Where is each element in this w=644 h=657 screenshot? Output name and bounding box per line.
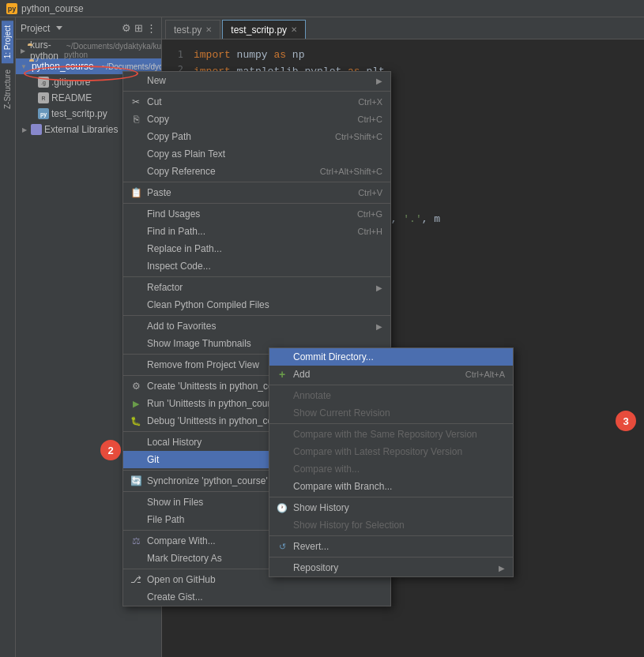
tree-arrow: ▶ [21,126,28,133]
cut-icon: ✂ [130,96,142,108]
menu-shortcut: Ctrl+Alt+Shift+C [320,167,382,176]
menu-item-label: Git [147,454,159,465]
menu-item-label: Replace in Path... [147,243,222,254]
expand-icon[interactable]: ⊞ [134,22,143,34]
submenu-item-label: Compare with... [293,464,360,475]
tree-item-label: kurs-python [30,39,58,62]
panel-title-dropdown[interactable] [56,26,62,30]
debug-icon: 🐛 [130,415,142,427]
menu-separator [123,182,390,182]
menu-item-label: Copy [147,114,169,125]
menu-shortcut: Ctrl+C [358,115,382,124]
paste-icon: 📋 [130,186,142,199]
submenu-item-show-history[interactable]: 🕐 Show History [269,499,513,516]
submenu-item-show-current-revision: Show Current Revision [269,404,513,422]
menu-item-replace-in-path[interactable]: Replace in Path... [123,240,390,257]
submenu-item-label: Compare with the Same Repository Version [293,429,477,440]
tree-item-kurs-python[interactable]: ▶ kurs-python ~/Documents/dydaktyka/kurs… [16,43,161,58]
menu-item-label: Show in Files [147,497,203,508]
tab-test-scritp-py[interactable]: test_scritp.py ✕ [222,20,306,39]
menu-item-clean-compiled[interactable]: Clean Python Compiled Files [123,296,390,313]
submenu-item-label: Show History for Selection [293,520,405,531]
menu-item-find-in-path[interactable]: Find in Path... Ctrl+H [123,223,390,240]
menu-item-label: Synchronize 'python_course' [147,475,268,486]
menu-item-label: Clean Python Compiled Files [147,299,269,310]
menu-item-copy-path[interactable]: Copy Path Ctrl+Shift+C [123,128,390,145]
menu-item-paste[interactable]: 📋 Paste Ctrl+V [123,184,390,201]
submenu-item-label: Show History [293,502,349,513]
sync-icon: 🔄 [130,475,142,487]
submenu-item-label: Add [293,369,310,380]
menu-item-label: Local History [147,437,201,448]
menu-item-add-favorites[interactable]: Add to Favorites ▶ [123,317,390,335]
submenu-arrow-icon: ▶ [376,283,382,292]
tree-item-label: README [51,92,92,103]
menu-item-label: New [147,75,166,86]
sidebar-tab-project[interactable]: 1: Project [2,21,13,63]
menu-item-label: Remove from Project View [147,359,259,370]
submenu-item-repository[interactable]: Repository ▶ [269,559,513,576]
submenu-separator [269,557,513,558]
submenu-item-add[interactable]: + Add Ctrl+Alt+A [269,366,513,383]
panel-title: Project [21,23,50,34]
panel-header-left: Project [21,23,62,34]
menu-item-copy-ref[interactable]: Copy Reference Ctrl+Alt+Shift+C [123,163,390,180]
menu-item-label: Copy as Plain Text [147,148,225,160]
submenu-item-revert[interactable]: ↺ Revert... [269,538,513,555]
panel-header: Project ⚙ ⊞ ⋮ [16,17,161,39]
menu-item-copy[interactable]: ⎘ Copy Ctrl+C [123,111,390,128]
submenu-item-commit-directory[interactable]: Commit Directory... [269,348,513,366]
tree-item-label: python_course [32,61,94,72]
ext-libs-icon [31,124,42,135]
submenu-item-label: Commit Directory... [293,351,374,362]
tab-label: test.py [174,24,201,36]
github-icon: ⎇ [130,573,142,586]
tree-arrow: ▼ [21,62,27,70]
menu-item-label: Mark Directory As [147,553,222,564]
menu-item-cut[interactable]: ✂ Cut Ctrl+X [123,93,390,111]
settings-icon[interactable]: ⋮ [146,22,156,34]
menu-item-label: Create Gist... [147,591,203,603]
submenu-separator [269,423,513,424]
menu-item-new[interactable]: New ▶ [123,72,390,89]
submenu-separator [269,385,513,385]
annotation-2: 2 [100,440,121,460]
tree-item-label: test_scritp.py [51,108,107,119]
tab-close-icon[interactable]: ✕ [291,25,297,34]
tab-test-py[interactable]: test.py ✕ [165,20,220,39]
menu-item-label: Copy Reference [147,166,216,177]
menu-item-inspect-code[interactable]: Inspect Code... [123,257,390,275]
menu-item-label: Show Image Thumbnails [147,338,251,349]
file-generic-icon: .g [38,77,49,88]
menu-item-copy-plain[interactable]: Copy as Plain Text [123,145,390,163]
submenu-arrow-icon: ▶ [376,322,382,331]
submenu-item-show-history-selection: Show History for Selection [269,516,513,534]
tree-item-label: External Libraries [44,124,118,135]
gear-icon[interactable]: ⚙ [122,22,131,34]
tab-label: test_scritp.py [231,24,287,36]
menu-separator [123,203,390,204]
submenu-item-compare-latest-repo: Compare with Latest Repository Version [269,443,513,460]
menu-separator [123,91,390,92]
tab-close-icon[interactable]: ✕ [205,25,212,34]
tree-arrow: ▶ [21,47,25,54]
menu-item-refactor[interactable]: Refactor ▶ [123,279,390,296]
history-icon: 🕐 [276,501,288,514]
submenu-separator [269,535,513,536]
menu-item-label: Inspect Code... [147,261,211,272]
menu-item-label: Open on GitHub [147,574,216,585]
gear-icon: ⚙ [130,380,142,392]
menu-item-find-usages[interactable]: Find Usages Ctrl+G [123,205,390,223]
add-icon: + [276,368,288,381]
menu-item-label: Find in Path... [147,226,205,237]
submenu-item-compare-branch[interactable]: Compare with Branch... [269,478,513,495]
menu-item-label: Cut [147,96,162,107]
menu-item-create-gist[interactable]: Create Gist... [123,588,390,606]
menu-separator [123,276,390,277]
submenu-separator [269,497,513,497]
submenu-item-label: Repository [293,562,338,573]
submenu-item-label: Compare with Branch... [293,481,392,492]
menu-item-label: Compare With... [147,535,216,546]
menu-item-label: Copy Path [147,131,191,142]
sidebar-tab-structure[interactable]: Z-Structure [2,65,13,114]
